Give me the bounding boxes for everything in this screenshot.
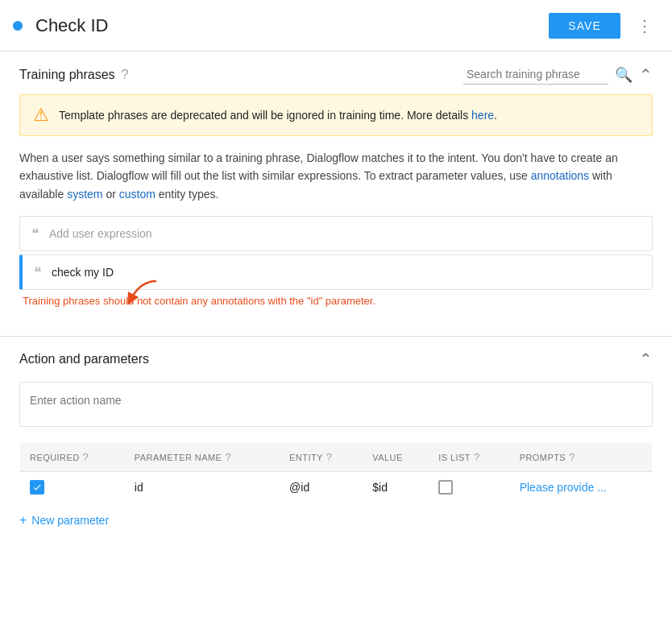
table-row: id @id $id Please provide ... <box>20 472 653 503</box>
chevron-up-icon[interactable]: ⌃ <box>639 65 653 85</box>
warning-link[interactable]: here <box>471 109 494 122</box>
table-header-row: REQUIRED ? PARAMETER NAME ? ENTITY ? <box>20 443 653 472</box>
prompts-help-icon[interactable]: ? <box>569 451 575 463</box>
status-dot <box>13 21 23 31</box>
add-expression-row[interactable]: ❝ Add user expression <box>19 216 653 251</box>
training-phrases-help-icon[interactable]: ? <box>122 68 129 82</box>
action-title-wrap: Action and parameters <box>19 352 149 366</box>
action-section-header: Action and parameters ⌃ <box>19 350 653 369</box>
col-param-name: PARAMETER NAME ? <box>125 443 280 472</box>
required-cell <box>20 472 125 503</box>
col-is-list: IS LIST ? <box>429 443 510 472</box>
param-name-cell: id <box>125 472 280 503</box>
value-cell: $id <box>363 472 429 503</box>
system-link[interactable]: system <box>67 188 102 201</box>
quote-icon: ❝ <box>31 225 39 242</box>
add-expression-placeholder: Add user expression <box>49 227 152 240</box>
prompts-cell: Please provide ... <box>510 472 653 503</box>
plus-icon: + <box>19 513 27 528</box>
save-button[interactable]: SAVE <box>549 13 620 39</box>
col-prompts: PROMPTS ? <box>510 443 653 472</box>
action-parameters-section: Action and parameters ⌃ REQUIRED ? PARAM… <box>0 337 672 540</box>
page-title: Check ID <box>35 15 549 36</box>
col-entity: ENTITY ? <box>280 443 363 472</box>
entity-cell: @id <box>280 472 363 503</box>
required-checkbox[interactable] <box>30 480 44 495</box>
search-wrap: 🔍 ⌃ <box>463 64 653 85</box>
entity-help-icon[interactable]: ? <box>326 451 333 463</box>
warning-text: Template phrases are deprecated and will… <box>59 109 497 122</box>
custom-link[interactable]: custom <box>119 188 156 201</box>
col-value: VALUE <box>363 443 429 472</box>
search-input[interactable] <box>463 64 608 85</box>
action-name-input[interactable] <box>19 382 653 427</box>
action-section-title: Action and parameters <box>19 352 149 366</box>
phrase-row-wrap: ❝ check my ID Training phrases should no… <box>19 255 653 307</box>
search-icon[interactable]: 🔍 <box>615 66 633 84</box>
training-phrases-section: Training phrases ? 🔍 ⌃ ⚠ Template phrase… <box>0 52 672 320</box>
warning-triangle-icon: ⚠ <box>33 105 49 126</box>
header: Check ID SAVE ⋮ <box>0 0 672 52</box>
param-name-help-icon[interactable]: ? <box>225 451 231 463</box>
new-parameter-button[interactable]: + New parameter <box>19 503 109 528</box>
prompts-link[interactable]: Please provide ... <box>520 481 607 494</box>
is-list-checkbox[interactable] <box>438 480 453 495</box>
annotations-link[interactable]: annotations <box>531 169 589 182</box>
warning-banner: ⚠ Template phrases are deprecated and wi… <box>19 94 653 136</box>
section-title: Training phrases <box>19 68 115 82</box>
required-help-icon[interactable]: ? <box>83 451 89 463</box>
section-header: Training phrases ? 🔍 ⌃ <box>19 64 653 85</box>
parameters-table: REQUIRED ? PARAMETER NAME ? ENTITY ? <box>19 442 653 503</box>
is-list-help-icon[interactable]: ? <box>474 451 480 463</box>
new-parameter-label: New parameter <box>31 514 109 527</box>
phrase-row[interactable]: ❝ check my ID <box>19 255 653 290</box>
phrase-text: check my ID <box>52 266 114 279</box>
error-message: Training phrases should not contain any … <box>19 295 653 307</box>
more-options-icon[interactable]: ⋮ <box>630 10 659 42</box>
section-title-wrap: Training phrases ? <box>19 68 128 82</box>
description-text: When a user says something similar to a … <box>19 149 653 203</box>
col-required: REQUIRED ? <box>20 443 125 472</box>
phrase-quote-icon: ❝ <box>34 263 42 281</box>
action-chevron-up-icon[interactable]: ⌃ <box>639 350 653 369</box>
is-list-cell <box>429 472 510 503</box>
error-arrow <box>124 277 164 308</box>
